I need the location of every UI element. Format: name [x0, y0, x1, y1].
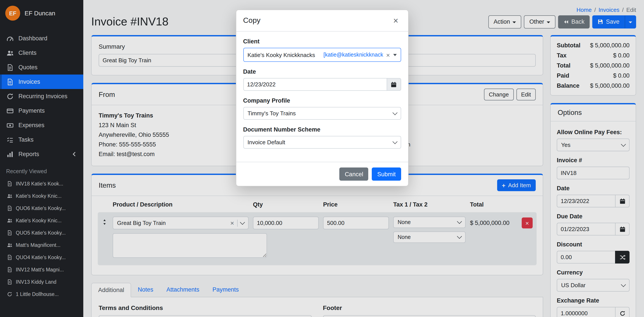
client-select-name: Katie's Kooky Knickknacks [248, 52, 315, 58]
doc-number-scheme-select[interactable]: Invoice Default [243, 136, 401, 149]
cancel-button[interactable]: Cancel [340, 168, 368, 181]
chevron-down-icon [392, 110, 398, 115]
caret-down-icon [393, 54, 396, 56]
copy-modal: Copy × Client Katie's Kooky Knickknacks … [236, 10, 408, 186]
clear-icon[interactable]: × [386, 52, 390, 58]
company-profile-label: Company Profile [243, 97, 401, 104]
chevron-down-icon [392, 139, 398, 144]
app-root: EF EF Duncan DashboardClientsQuotesInvoi… [0, 0, 644, 317]
company-profile-select[interactable]: Timmy's Toy Trains [243, 107, 401, 120]
modal-date-label: Date [243, 68, 401, 75]
client-label: Client [243, 38, 401, 45]
company-profile-value: Timmy's Toy Trains [248, 110, 390, 117]
modal-date-input[interactable] [243, 78, 386, 91]
close-icon[interactable]: × [390, 16, 401, 26]
calendar-icon[interactable] [386, 78, 401, 91]
modal-title: Copy [243, 16, 260, 25]
client-select-email: [katie@katiesknickknacks.com] [323, 52, 383, 58]
doc-number-scheme-value: Invoice Default [248, 139, 390, 146]
client-select[interactable]: Katie's Kooky Knickknacks [katie@katiesk… [243, 48, 401, 62]
doc-number-scheme-label: Document Number Scheme [243, 126, 401, 133]
submit-button[interactable]: Submit [372, 168, 401, 181]
